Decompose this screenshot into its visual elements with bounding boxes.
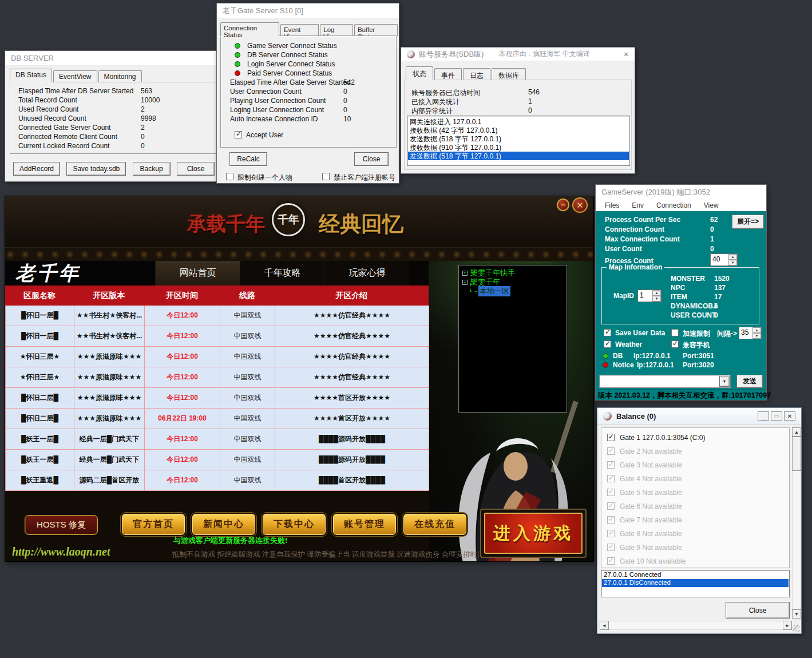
expand-button[interactable]: 展开=> xyxy=(732,215,764,229)
server-row[interactable]: █怀旧二层█ ★★★原滋原味★★★ 今日12:00 中国双线 ★★★★首区开放★… xyxy=(6,388,429,409)
close-icon[interactable]: ✕ xyxy=(784,411,795,421)
db-server-button[interactable]: AddRecord xyxy=(13,162,60,176)
tab-gate-server[interactable]: Event View xyxy=(280,24,319,36)
maximize-icon[interactable]: □ xyxy=(771,411,782,421)
gate-checkbox[interactable]: ✓ xyxy=(607,489,615,496)
dropdown-icon[interactable]: ▼ xyxy=(719,376,730,387)
weather-checkbox[interactable]: ✓ xyxy=(604,340,611,348)
gate-item[interactable]: ✓ Gate 5 Not available xyxy=(605,486,789,500)
gate-item[interactable]: ✓ Gate 2 Not available xyxy=(605,445,789,459)
server-row[interactable]: ★怀旧三层★ ★★★原滋原味★★★ 今日12:00 中国双线 ★★★★仿官经典★… xyxy=(6,367,429,388)
tree-item[interactable]: − 樂雯千年 xyxy=(461,278,564,287)
tab-gate-server[interactable]: Log View xyxy=(320,24,353,36)
launcher-gold-button[interactable]: 在线充值 xyxy=(402,513,468,536)
gate-checkbox[interactable]: ✓ xyxy=(607,447,615,455)
game-server-titlebar[interactable]: GameServer (2019版) 端口:3052 xyxy=(596,185,766,200)
gate-item[interactable]: ✓ Gate 1 127.0.0.1:3054 (C:0) xyxy=(605,431,789,445)
account-server-titlebar[interactable]: 账号服务器(SDB版) 本程序由：疯狂海军 中文编译 xyxy=(401,47,635,61)
nav-tab[interactable]: 玩家心得 xyxy=(324,261,409,286)
gate-item[interactable]: ✓ Gate 4 Not available xyxy=(605,473,789,486)
gate-close-button[interactable]: Close xyxy=(354,152,389,166)
command-combobox[interactable]: ▼ xyxy=(599,375,731,388)
connection-item[interactable]: 27.0.0.1 Connected xyxy=(602,571,789,579)
forbid-register-checkbox[interactable] xyxy=(322,173,330,180)
db-server-titlebar[interactable]: DB SERVER xyxy=(5,51,221,66)
menu-item[interactable]: Connection xyxy=(656,201,691,209)
gate-item[interactable]: ✓ Gate 9 Not available xyxy=(605,541,789,555)
balance-close-button[interactable]: Close xyxy=(726,602,790,619)
log-item[interactable]: 接收数据 (42 字节 127.0.0.1) xyxy=(408,126,629,134)
scroll-left-icon[interactable]: ◄ xyxy=(600,621,609,630)
server-row[interactable]: █怀旧二层█ ★★★原滋原味★★★ 06月22日 19:00 中国双线 ★★★★… xyxy=(6,409,429,429)
tab-account-server[interactable]: 事件 xyxy=(434,68,462,80)
vertical-scroll-thumb[interactable] xyxy=(792,437,801,471)
tab-db-server[interactable]: DB Status xyxy=(10,69,52,82)
resize-grip[interactable] xyxy=(793,625,800,632)
scroll-right-icon[interactable]: ► xyxy=(783,621,792,630)
gate-checkbox[interactable]: ✓ xyxy=(607,516,615,524)
close-icon[interactable]: ✕ xyxy=(621,49,631,60)
speed-limit-checkbox[interactable] xyxy=(671,329,679,336)
log-item[interactable]: 网关连接进入 127.0.0.1 xyxy=(408,117,629,126)
log-item[interactable]: 发送数据 (518 字节 127.0.0.1) xyxy=(408,152,629,160)
minimize-icon[interactable]: _ xyxy=(758,411,769,421)
gate-checkbox[interactable]: ✓ xyxy=(607,544,615,551)
menu-item[interactable]: Files xyxy=(605,201,619,209)
tab-db-server[interactable]: EventView xyxy=(53,70,97,82)
interval-stepper[interactable]: 35 ▲▼ xyxy=(739,327,762,339)
scroll-down-icon[interactable]: ▼ xyxy=(792,609,801,619)
tab-db-server[interactable]: Monitoring xyxy=(98,70,142,82)
server-row[interactable]: █怀旧一层█ ★★书生村★侠客村... 今日12:00 中国双线 ★★★★仿官经… xyxy=(6,326,429,347)
gate-checkbox[interactable]: ✓ xyxy=(607,475,615,482)
launcher-header[interactable]: 承载千年 千年 经典回忆 − ✕ xyxy=(5,196,594,261)
balance-titlebar[interactable]: Balance (0) _ □ ✕ xyxy=(597,408,801,425)
tree-toggle-icon[interactable]: − xyxy=(462,280,468,285)
recalc-button[interactable]: ReCalc xyxy=(229,152,267,166)
launcher-gold-button[interactable]: 官方首页 xyxy=(121,513,186,536)
launcher-close-icon[interactable]: ✕ xyxy=(572,197,588,213)
mobile-compat-checkbox[interactable]: ✓ xyxy=(671,340,679,348)
website-url[interactable]: http://www.laoqn.net xyxy=(12,545,110,558)
spin-down-icon[interactable]: ▼ xyxy=(752,333,761,339)
spin-up-icon[interactable]: ▲ xyxy=(752,327,761,333)
gate-checkbox[interactable]: ✓ xyxy=(607,461,615,469)
limit-create-checkbox[interactable] xyxy=(226,173,233,180)
launcher-gold-button[interactable]: 下载中心 xyxy=(262,513,327,536)
gate-checkbox[interactable]: ✓ xyxy=(607,530,615,537)
tree-item[interactable]: 本地一区 xyxy=(461,287,564,296)
gate-server-titlebar[interactable]: 老千Gate Server S10 [0] xyxy=(217,3,399,18)
process-count-stepper[interactable]: 40 ▲▼ xyxy=(710,253,738,266)
accept-user-checkbox[interactable]: ✓ xyxy=(235,131,242,138)
gate-item[interactable]: ✓ Gate 6 Not available xyxy=(605,500,789,514)
nav-tab[interactable]: 网站首页 xyxy=(155,261,240,286)
enter-game-button[interactable]: 进入游戏 xyxy=(484,513,583,554)
gate-checkbox[interactable]: ✓ xyxy=(607,434,615,441)
connection-item[interactable]: 27.0.0.1 DisConnected xyxy=(602,579,789,587)
tab-account-server[interactable]: 状态 xyxy=(406,66,433,80)
nav-tab[interactable]: 千年攻略 xyxy=(240,261,324,286)
horizontal-scrollbar[interactable] xyxy=(600,621,792,630)
hosts-fix-button[interactable]: HOSTS 修复 xyxy=(25,515,98,535)
menu-item[interactable]: Env xyxy=(632,201,644,209)
tab-account-server[interactable]: 日志 xyxy=(463,68,490,80)
gate-item[interactable]: ✓ Gate 10 Not available xyxy=(605,555,789,569)
launcher-gold-button[interactable]: 新闻中心 xyxy=(191,513,256,536)
log-item[interactable]: 接收数据 (910 字节 127.0.0.1) xyxy=(408,143,629,152)
server-row[interactable]: █妖王一层█ 经典一层█门武天下 今日12:00 中国双线 ████源码开放██… xyxy=(6,450,429,470)
gate-checkbox[interactable]: ✓ xyxy=(607,502,615,510)
gate-checkbox[interactable]: ✓ xyxy=(607,557,615,565)
menu-item[interactable]: View xyxy=(704,201,719,209)
server-row[interactable]: █怀旧一层█ ★★书生村★侠客村... 今日12:00 中国双线 ★★★★仿官经… xyxy=(6,306,429,326)
gate-item[interactable]: ✓ Gate 7 Not available xyxy=(605,514,789,528)
gate-item[interactable]: ✓ Gate 3 Not available xyxy=(605,459,789,473)
tree-toggle-icon[interactable]: + xyxy=(462,271,468,276)
send-button[interactable]: 发送 xyxy=(736,375,763,388)
tab-account-server[interactable]: 数据库 xyxy=(492,68,526,80)
db-server-button[interactable]: Save today.sdb xyxy=(66,162,126,176)
tab-gate-server[interactable]: Buffer Status xyxy=(354,24,398,36)
server-row[interactable]: █妖王重返█ 源码二层█首区开放 今日12:00 中国双线 ████首区开放██… xyxy=(6,470,429,491)
launcher-minimize-icon[interactable]: − xyxy=(557,199,569,211)
log-item[interactable]: 发送数据 (518 字节 127.0.0.1) xyxy=(408,134,629,143)
db-server-button[interactable]: Close xyxy=(177,162,215,176)
server-row[interactable]: █妖王一层█ 经典一层█门武天下 今日12:00 中国双线 ████源码开放██… xyxy=(6,429,429,450)
